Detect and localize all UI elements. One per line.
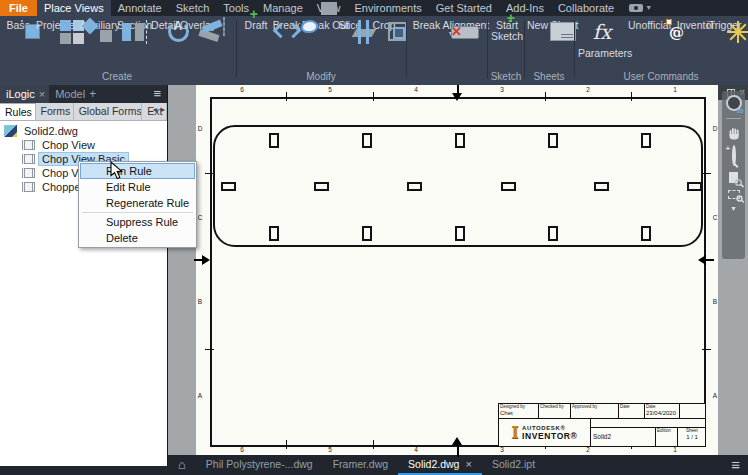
break-alignment-button[interactable]: ✕ Break Alignment ▼ <box>412 18 490 80</box>
statusbar-menu-icon[interactable]: ≡ <box>731 455 740 475</box>
tab-model[interactable]: Model + <box>49 85 100 103</box>
right-arrow-head-icon <box>698 255 706 265</box>
context-menu-item-suppress-rule[interactable]: Suppress Rule <box>80 214 195 230</box>
rule-label: Chop V <box>39 167 82 179</box>
file-tab-phil-polystyrene-dwg[interactable]: Phil Polystyrene-...dwg <box>196 455 323 475</box>
statusbar-left-strip <box>0 466 168 475</box>
rule-scroll-icon <box>22 182 35 192</box>
panel-subtabs: RulesFormsGlobal FormsExt <box>0 103 167 121</box>
subtab-scroll-arrows[interactable]: ◂ ▸ <box>153 105 166 114</box>
chevron-down-icon[interactable]: ▼ <box>645 0 652 16</box>
tree-root[interactable]: Solid2.dwg <box>0 124 167 138</box>
menu-tab-place-views[interactable]: Place Views <box>37 0 111 16</box>
menubar: File Place ViewsAnnotateSketchToolsManag… <box>0 0 748 16</box>
group-separator <box>487 20 488 78</box>
menu-tab-environments[interactable]: Environments <box>347 0 428 16</box>
group-label-sheets: Sheets <box>526 71 572 82</box>
camera-icon[interactable] <box>629 4 643 12</box>
dwg-file-icon <box>4 125 17 137</box>
group-separator <box>406 20 407 78</box>
status-bar: ⌂ Phil Polystyrene-...dwgFramer.dwgSolid… <box>168 455 748 475</box>
parameters-fx-icon: fx <box>593 25 612 42</box>
mouse-cursor-icon <box>110 161 124 180</box>
panel-header: iLogic × Model + ≡ <box>0 85 167 103</box>
menu-tab-manage[interactable]: Manage <box>256 0 310 16</box>
group-separator <box>236 20 237 78</box>
file-tab-framer-dwg[interactable]: Framer.dwg <box>323 455 398 475</box>
context-menu-item-regenerate-rule[interactable]: Regenerate Rule <box>80 195 195 211</box>
context-menu: Run RuleEdit RuleRegenerate RuleSuppress… <box>78 161 197 248</box>
drawing-canvas[interactable]: 654321654321DCBADCBA Designed by Chet Ch… <box>168 85 748 455</box>
file-tab-close-icon[interactable]: × <box>465 458 471 470</box>
inventor-window: File Place ViewsAnnotateSketchToolsManag… <box>0 0 748 475</box>
home-icon[interactable]: ⌂ <box>168 455 196 475</box>
ilogic-panel: iLogic × Model + ≡ RulesFormsGlobal Form… <box>0 85 168 466</box>
group-label-user-commands: User Commands <box>578 71 744 82</box>
right-arrow <box>706 259 714 261</box>
file-tab-solid2-ipt[interactable]: Solid2.ipt <box>482 455 545 475</box>
panel-subtab-global-forms[interactable]: Global Forms <box>74 103 143 120</box>
nailboard-icon <box>223 17 225 36</box>
menu-tab-annotate[interactable]: Annotate <box>111 0 169 16</box>
ribbon: Base Projected Auxiliary Section A Detai… <box>0 16 748 85</box>
plus-icon[interactable]: + <box>89 85 96 103</box>
bottom-arrow <box>457 445 459 457</box>
file-tabs: Phil Polystyrene-...dwgFramer.dwgSolid2.… <box>196 455 545 475</box>
panel-subtab-forms[interactable]: Forms <box>36 103 74 120</box>
rule-label: Chop View <box>39 139 98 151</box>
bottom-arrow-head-icon <box>452 437 462 445</box>
close-icon[interactable]: × <box>39 85 45 103</box>
panel-menu-icon[interactable]: ≡ <box>153 85 161 103</box>
context-menu-item-run-rule[interactable]: Run Rule <box>80 163 195 179</box>
panel-subtab-rules[interactable]: Rules <box>0 103 36 120</box>
top-arrow-head-icon <box>452 93 462 101</box>
projection-arrows <box>168 85 748 455</box>
menu-separator <box>82 212 193 213</box>
tab-ilogic[interactable]: iLogic × <box>0 85 49 103</box>
menu-tab-get-started[interactable]: Get Started <box>429 0 499 16</box>
group-label-modify: Modify <box>241 71 401 82</box>
rule-item-chop-view[interactable]: Chop View <box>0 138 167 152</box>
menu-tab-sketch[interactable]: Sketch <box>169 0 217 16</box>
group-label-sketch: Sketch <box>488 71 524 82</box>
group-label-create: Create <box>2 71 232 82</box>
left-arrow <box>194 259 202 261</box>
context-menu-item-delete[interactable]: Delete <box>80 230 195 246</box>
left-arrow-head-icon <box>202 255 210 265</box>
context-menu-item-edit-rule[interactable]: Edit Rule <box>80 179 195 195</box>
menu-tab-collaborate[interactable]: Collaborate <box>551 0 621 16</box>
file-tab-solid2-dwg[interactable]: Solid2.dwg× <box>398 455 482 475</box>
rule-scroll-icon <box>22 168 35 178</box>
group-separator <box>574 20 575 78</box>
file-menu-button[interactable]: File <box>0 0 37 16</box>
rule-scroll-icon <box>22 154 35 164</box>
group-separator <box>524 20 525 78</box>
rule-scroll-icon <box>22 140 35 150</box>
